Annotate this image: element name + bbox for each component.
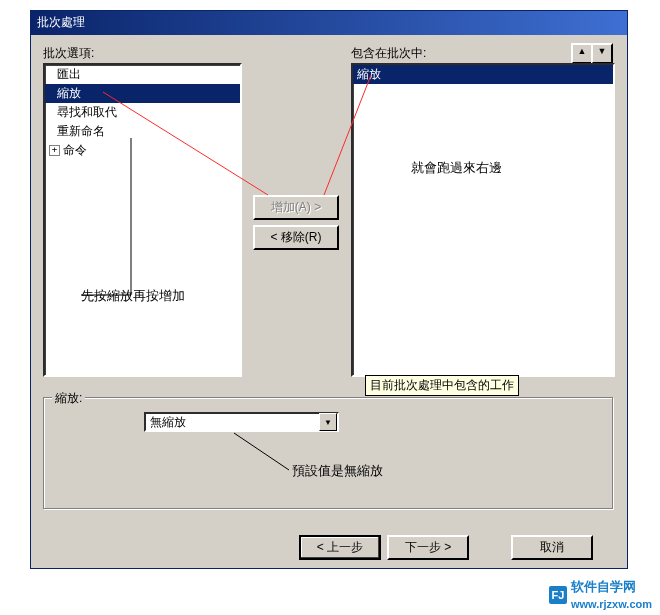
list-item-zoom[interactable]: 縮放 (45, 84, 240, 103)
window-title: 批次處理 (37, 15, 85, 29)
back-button[interactable]: < 上一步 (299, 535, 381, 560)
svg-line-4 (234, 433, 289, 470)
watermark-icon: FJ (549, 586, 567, 604)
annotation-right: 就會跑過來右邊 (411, 159, 502, 177)
cancel-button[interactable]: 取消 (511, 535, 593, 560)
tooltip: 目前批次處理中包含的工作 (365, 375, 519, 396)
included-list[interactable]: 縮放 (351, 63, 615, 377)
annotation-bottom: 預設值是無縮放 (292, 462, 383, 480)
included-item-zoom[interactable]: 縮放 (353, 65, 613, 84)
included-label: 包含在批次中: (351, 45, 426, 62)
watermark: FJ 软件自学网 www.rjzxw.com (549, 578, 652, 611)
move-down-button[interactable]: ▼ (591, 43, 613, 64)
tree-expand-icon[interactable]: + (49, 145, 60, 156)
groupbox-title: 縮放: (52, 390, 85, 407)
dialog-window: 批次處理 批次選項: 包含在批次中: ▲ ▼ 匯出 縮放 尋找和取代 重新命名 … (30, 10, 628, 569)
add-button[interactable]: 增加(A) > (253, 195, 339, 220)
batch-options-list[interactable]: 匯出 縮放 尋找和取代 重新命名 +命令 (43, 63, 242, 377)
combo-value: 無縮放 (146, 414, 319, 431)
watermark-text: 软件自学网 www.rjzxw.com (571, 578, 652, 611)
next-button[interactable]: 下一步 > (387, 535, 469, 560)
titlebar: 批次處理 (31, 11, 627, 35)
list-item-rename[interactable]: 重新命名 (45, 122, 240, 141)
remove-button[interactable]: < 移除(R) (253, 225, 339, 250)
batch-options-label: 批次選項: (43, 45, 94, 62)
list-item-export[interactable]: 匯出 (45, 65, 240, 84)
annotation-left: 先按縮放再按增加 (81, 287, 185, 305)
dialog-content: 批次選項: 包含在批次中: ▲ ▼ 匯出 縮放 尋找和取代 重新命名 +命令 縮… (31, 35, 627, 568)
zoom-combo[interactable]: 無縮放 ▼ (144, 412, 339, 432)
list-item-commands[interactable]: +命令 (45, 141, 240, 160)
zoom-groupbox: 縮放: 無縮放 ▼ 預設值是無縮放 (43, 397, 613, 509)
combo-dropdown-icon[interactable]: ▼ (319, 413, 337, 431)
list-item-find-replace[interactable]: 尋找和取代 (45, 103, 240, 122)
move-up-button[interactable]: ▲ (571, 43, 593, 64)
